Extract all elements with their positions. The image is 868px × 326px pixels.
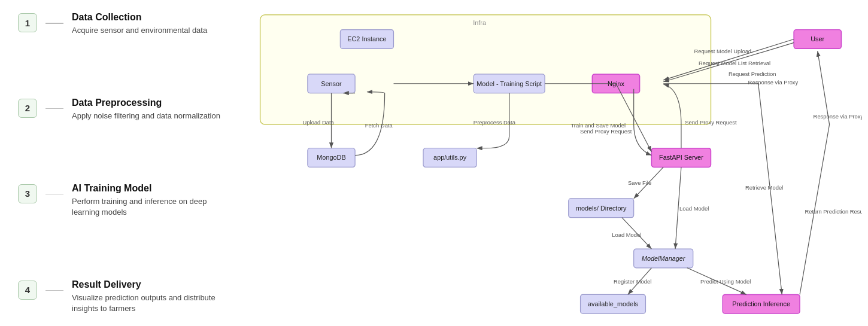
model-manager-label: ModelManager xyxy=(642,255,685,262)
edge-return-prediction-label: Return Prediction Result xyxy=(805,208,862,215)
step-4-number: 4 xyxy=(18,281,37,300)
step-4-title: Result Delivery xyxy=(72,279,221,290)
edge-load-model-1-label: Load Model xyxy=(612,231,641,238)
left-panel: 1 Data Collection Acquire sensor and env… xyxy=(0,0,233,326)
edge-retrieve-model-label: Retrieve Model xyxy=(745,184,783,191)
edge-response-proxy-right-label: Response via Proxy xyxy=(814,113,862,120)
step-2-number: 2 xyxy=(18,99,37,118)
edge-upload-data-label: Upload Data xyxy=(303,119,335,126)
model-training-label: Model - Training Script xyxy=(477,80,542,87)
sensor-label: Sensor xyxy=(321,80,342,87)
step-1-title: Data Collection xyxy=(72,12,207,23)
step-3-content: AI Training Model Perform training and i… xyxy=(72,183,221,218)
step-4-content: Result Delivery Visualize prediction out… xyxy=(72,279,221,314)
step-1-line xyxy=(45,23,63,24)
edge-register-model-label: Register Model xyxy=(614,278,651,285)
edge-request-upload-label: Request Model Upload xyxy=(694,48,751,54)
step-2-line xyxy=(45,108,63,109)
step-2: 2 Data Preprocessing Apply noise filteri… xyxy=(18,98,221,121)
ec2-label: EC2 Instance xyxy=(347,35,386,42)
edge-load-model-2-label: Load Model xyxy=(679,205,709,212)
fastapi-label: FastAPI Server xyxy=(659,154,703,161)
edge-prediction-return xyxy=(800,51,830,294)
step-1-number: 1 xyxy=(18,13,37,32)
step-3-title: AI Training Model xyxy=(72,183,221,194)
edge-request-prediction-label: Request Prediction xyxy=(729,71,776,77)
edge-preprocess-label: Preprocess Data xyxy=(474,119,516,126)
edge-save-file-label: Save File xyxy=(628,179,651,186)
step-1-content: Data Collection Acquire sensor and envir… xyxy=(72,12,207,36)
edge-request-list-label: Request Model List Retrieval xyxy=(699,60,770,66)
edge-response-proxy-label: Response via Proxy xyxy=(748,79,799,86)
edge-fetch-data-label: Fetch Data xyxy=(365,122,393,129)
step-4: 4 Result Delivery Visualize prediction o… xyxy=(18,279,221,314)
infra-box xyxy=(260,15,711,124)
step-3-line xyxy=(45,194,63,195)
step-4-desc: Visualize prediction outputs and distrib… xyxy=(72,293,221,314)
edge-send-proxy-2-label: Send Proxy Request xyxy=(685,119,737,126)
infra-label: Infra xyxy=(473,19,487,26)
app-utils-label: app/utils.py xyxy=(433,154,467,161)
prediction-inference-label: Prediction Inference xyxy=(732,300,790,307)
step-2-title: Data Preprocessing xyxy=(72,98,220,108)
mongodb-label: MongoDB xyxy=(317,154,345,161)
models-dir-label: models/ Directory xyxy=(576,205,627,212)
step-1-desc: Acquire sensor and environmental data xyxy=(72,25,207,36)
step-1: 1 Data Collection Acquire sensor and env… xyxy=(18,12,221,36)
step-3: 3 AI Training Model Perform training and… xyxy=(18,183,221,218)
step-3-desc: Perform training and inference on deep l… xyxy=(72,196,221,218)
step-2-content: Data Preprocessing Apply noise filtering… xyxy=(72,98,220,121)
diagram-panel: Infra User EC2 Instance Nginx Model - Tr… xyxy=(233,0,868,326)
available-models-label: available_models xyxy=(588,300,639,307)
user-label: User xyxy=(811,35,824,42)
step-3-number: 3 xyxy=(18,184,37,203)
step-2-desc: Apply noise filtering and data normaliza… xyxy=(72,111,220,121)
edge-send-proxy-1-label: Send Proxy Request xyxy=(580,128,632,135)
edge-predict-label: Predict Using Model xyxy=(700,278,751,285)
step-4-line xyxy=(45,290,63,291)
